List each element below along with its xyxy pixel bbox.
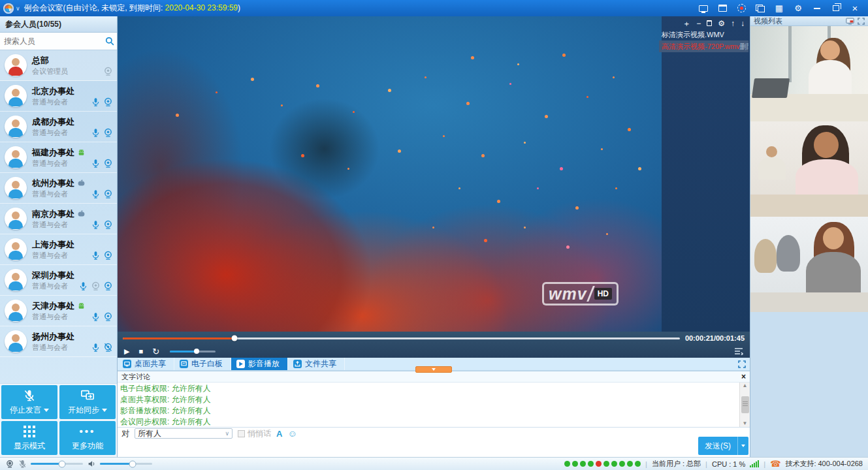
chevron-down-icon[interactable]: ∨	[16, 5, 20, 12]
tab-media-play[interactable]: 影音播放	[231, 358, 288, 370]
tab-desktop-share[interactable]: 桌面共享	[118, 358, 174, 370]
minimize-icon[interactable]	[812, 3, 822, 14]
video-mode-icon[interactable]	[846, 18, 854, 25]
tab-file-share[interactable]: 文件共享	[288, 358, 345, 370]
whisper-option[interactable]: 悄悄话	[238, 428, 271, 439]
participant-row[interactable]: 天津办事处普通与会者	[0, 296, 117, 326]
webcam-icon[interactable]	[103, 128, 113, 138]
scroll-down-icon[interactable]: ▼	[743, 421, 748, 426]
webcam-disabled-icon[interactable]	[91, 281, 101, 291]
microphone-icon[interactable]	[78, 281, 88, 291]
microphone-icon[interactable]	[91, 189, 101, 199]
microphone-icon[interactable]	[91, 343, 101, 352]
playlist-toggle-icon[interactable]	[734, 347, 743, 355]
font-icon[interactable]: A	[276, 429, 282, 439]
webcam-icon[interactable]	[103, 159, 113, 168]
remove-icon[interactable]: −	[696, 20, 701, 27]
tab-whiteboard[interactable]: 电子白板	[174, 358, 231, 370]
send-button[interactable]: 发送(S)	[698, 437, 737, 455]
android-icon	[77, 148, 86, 157]
to-label: 对	[121, 428, 129, 439]
action-button-sync-screens[interactable]: 开始同步	[59, 385, 116, 419]
microphone-icon[interactable]	[91, 312, 101, 322]
trash-icon[interactable]	[707, 20, 712, 26]
move-up-icon[interactable]: ↑	[731, 20, 735, 27]
chat-scrollbar[interactable]: ▲ ▼	[739, 383, 750, 427]
speaker-volume-slider[interactable]	[100, 463, 152, 465]
chat-input-area[interactable]: 发送(S)	[118, 439, 750, 456]
chat-close-icon[interactable]: ×	[741, 373, 746, 381]
action-button-mic-off[interactable]: 停止发言	[1, 385, 57, 419]
screen-share-icon[interactable]	[698, 3, 709, 14]
device-icons	[103, 67, 113, 76]
play-button[interactable]: ▶	[124, 348, 129, 355]
participant-row[interactable]: 北京办事处普通与会者	[0, 81, 117, 112]
webcam-disabled-icon[interactable]	[103, 67, 113, 76]
participant-row[interactable]: 扬州办事处普通与会者	[0, 326, 117, 357]
speaker-volume-handle[interactable]	[129, 460, 136, 467]
webcam-icon[interactable]	[103, 220, 113, 230]
microphone-icon[interactable]	[91, 220, 101, 230]
progress-handle[interactable]	[231, 336, 237, 341]
action-button-layout-grid[interactable]: 显示模式	[1, 421, 57, 455]
expand-icon[interactable]	[858, 18, 865, 25]
mic-volume-slider[interactable]	[31, 463, 83, 465]
webcam-feed-2[interactable]	[750, 121, 868, 217]
playlist-item[interactable]: 标清演示视频.WMV	[659, 29, 748, 40]
webcam-feed-1[interactable]	[750, 26, 868, 121]
stop-button[interactable]: ■	[138, 348, 143, 355]
emoji-icon[interactable]: ☺	[287, 429, 297, 438]
mic-muted-icon[interactable]	[18, 460, 27, 469]
cascade-windows-icon[interactable]	[755, 3, 765, 14]
panel-collapse-handle[interactable]	[415, 366, 452, 373]
microphone-icon[interactable]	[91, 159, 101, 168]
webcam-icon[interactable]	[103, 281, 113, 291]
volume-slider[interactable]	[170, 351, 216, 352]
microphone-icon[interactable]	[91, 128, 101, 138]
chat-panel: 文字讨论 × 电子白板权限: 允许所有人桌面共享权限: 允许所有人影音播放权限:…	[118, 371, 750, 457]
move-down-icon[interactable]: ↓	[741, 20, 745, 27]
video-canvas[interactable]: wmv HD	[118, 16, 662, 332]
dither-grid-icon[interactable]: ▦	[774, 3, 784, 14]
participant-row[interactable]: 总部会议管理员	[0, 50, 117, 81]
participant-row[interactable]: 深圳办事处普通与会者	[0, 265, 117, 296]
chat-expand-icon[interactable]	[738, 360, 746, 368]
action-button-more-dots[interactable]: •••更多功能	[59, 421, 116, 455]
playlist-delete-link[interactable]: 删除	[740, 40, 748, 52]
close-icon[interactable]: ×	[850, 3, 860, 14]
playlist-item[interactable]: 高清演示视频-720P.wmv删除	[659, 40, 748, 52]
search-icon[interactable]	[105, 37, 114, 46]
send-options-caret[interactable]	[737, 437, 748, 455]
participant-row[interactable]: 上海办事处普通与会者	[0, 234, 117, 265]
webcam-off-icon[interactable]	[103, 343, 113, 352]
maximize-icon[interactable]	[831, 3, 841, 14]
webcam-icon[interactable]	[103, 312, 113, 322]
participant-row[interactable]: 南京办事处普通与会者	[0, 204, 117, 234]
recipient-select[interactable]: 所有人 ∨	[135, 428, 233, 439]
webcam-icon[interactable]	[103, 97, 113, 107]
replay-button[interactable]: ↻	[152, 347, 159, 356]
settings-icon[interactable]: ⚙	[718, 20, 725, 27]
search-input[interactable]	[4, 37, 105, 46]
settings-gear-icon[interactable]: ⚙	[793, 3, 803, 14]
speaker-icon[interactable]	[87, 460, 96, 468]
add-icon[interactable]: ＋	[683, 20, 690, 27]
participant-row[interactable]: 成都办事处普通与会者	[0, 112, 117, 142]
microphone-icon[interactable]	[91, 251, 101, 260]
participant-row[interactable]: 福建办事处普通与会者	[0, 142, 117, 173]
record-icon[interactable]	[736, 3, 747, 14]
progress-bar[interactable]	[123, 337, 680, 339]
webcam-status-icon[interactable]	[5, 460, 14, 469]
window-mode-icon[interactable]	[717, 3, 728, 14]
whisper-checkbox[interactable]	[238, 430, 245, 437]
webcam-icon[interactable]	[103, 251, 113, 260]
scroll-up-icon[interactable]: ▲	[743, 383, 748, 388]
scroll-thumb[interactable]	[741, 396, 749, 413]
mic-volume-handle[interactable]	[59, 460, 66, 467]
chat-message: 会议同步权限: 允许所有人	[120, 416, 737, 427]
volume-handle[interactable]	[194, 349, 199, 354]
microphone-icon[interactable]	[91, 97, 101, 107]
webcam-icon[interactable]	[103, 189, 113, 199]
participant-row[interactable]: 杭州办事处普通与会者	[0, 173, 117, 204]
webcam-feed-3[interactable]	[750, 217, 868, 312]
